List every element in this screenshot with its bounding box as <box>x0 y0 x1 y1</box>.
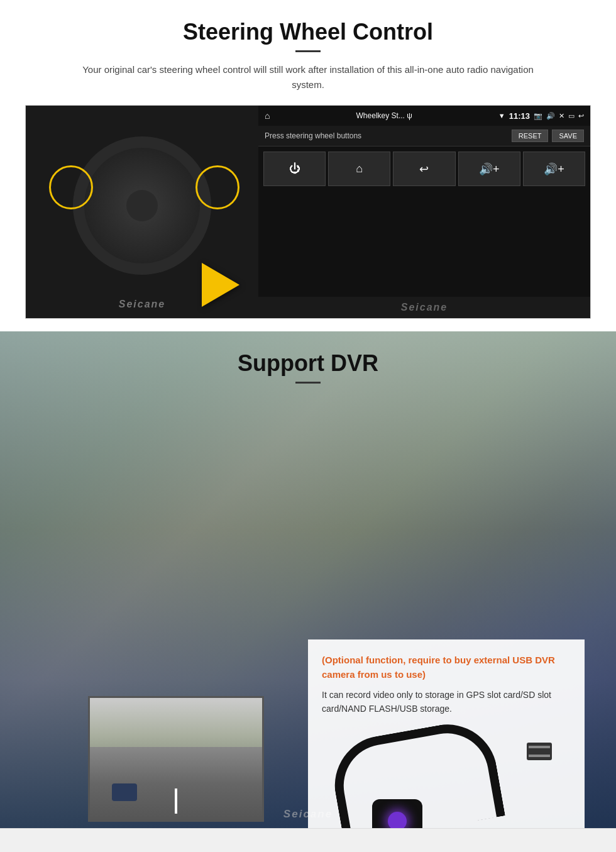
dvr-preview-small <box>88 696 264 822</box>
camera-body <box>372 799 422 828</box>
dvr-section: Support DVR (Optional function, require … <box>0 331 616 828</box>
dvr-title: Support DVR <box>0 350 616 377</box>
android-statusbar: ⌂ Wheelkey St... ψ ▼ 11:13 📷 🔊 ✕ ▭ ↩ <box>258 106 590 126</box>
dvr-info-card: (Optional function, require to buy exter… <box>308 639 585 828</box>
steering-title: Steering Wheel Control <box>25 19 591 45</box>
seicane-watermark-left: Seicane <box>119 299 165 310</box>
reset-button[interactable]: RESET <box>512 130 549 142</box>
steering-left-circle <box>49 165 93 209</box>
camera-icon: 📷 <box>534 112 542 120</box>
wifi-icon: ▼ <box>498 112 505 119</box>
steering-subtitle: Your original car's steering wheel contr… <box>72 62 544 92</box>
android-control-grid: ⏻ ⌂ ↩ 🔊+ 🔊+ <box>258 147 590 297</box>
home-ctrl-btn[interactable]: ⌂ <box>328 152 390 186</box>
app-name-label: Wheelkey St... ψ <box>275 111 493 120</box>
dvr-optional-note: (Optional function, require to buy exter… <box>322 653 571 682</box>
steering-section: Steering Wheel Control Your original car… <box>0 0 616 331</box>
steering-composite-image: Seicane ⌂ Wheelkey St... ψ ▼ 11:13 📷 🔊 ✕… <box>25 105 591 319</box>
subbar-buttons[interactable]: RESET SAVE <box>512 130 584 142</box>
dvr-preview-car <box>112 783 137 801</box>
status-time: 11:13 <box>509 111 530 121</box>
dvr-divider <box>295 382 321 384</box>
android-subbar: Press steering wheel buttons RESET SAVE <box>258 126 590 147</box>
steering-android-ui: ⌂ Wheelkey St... ψ ▼ 11:13 📷 🔊 ✕ ▭ ↩ Pre… <box>258 106 590 318</box>
close-icon: ✕ <box>559 112 564 120</box>
dvr-camera-image <box>322 724 571 828</box>
subbar-label: Press steering wheel buttons <box>265 131 361 140</box>
seicane-watermark-right: Seicane <box>258 297 590 318</box>
vol-up-ctrl-btn[interactable]: 🔊+ <box>458 152 520 186</box>
home-icon: ⌂ <box>265 111 270 121</box>
steering-wheel-graphic <box>73 136 211 275</box>
status-icons-group: ▼ 11:13 📷 🔊 ✕ ▭ ↩ <box>498 111 584 121</box>
steering-right-circle <box>195 165 239 209</box>
volume-icon: 🔊 <box>546 112 555 120</box>
steering-divider <box>295 50 321 52</box>
back-ctrl-btn[interactable]: ↩ <box>393 152 455 186</box>
dvr-title-area: Support DVR <box>0 331 616 396</box>
steering-wheel-left: Seicane <box>26 106 258 319</box>
steering-arrow <box>202 263 239 307</box>
camera-usb-connector <box>527 743 552 760</box>
window-icon: ▭ <box>568 112 575 120</box>
save-button[interactable]: SAVE <box>552 130 584 142</box>
vol-up2-ctrl-btn[interactable]: 🔊+ <box>523 152 585 186</box>
dvr-description: It can record video only to storage in G… <box>322 688 571 716</box>
back-icon: ↩ <box>578 112 584 120</box>
bottom-bar <box>0 828 616 852</box>
power-ctrl-btn[interactable]: ⏻ <box>263 152 326 186</box>
dvr-preview-road-line <box>175 788 177 814</box>
